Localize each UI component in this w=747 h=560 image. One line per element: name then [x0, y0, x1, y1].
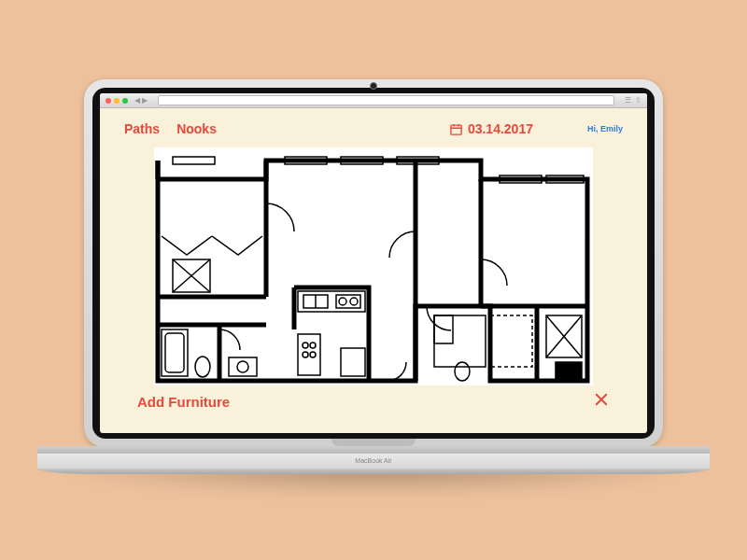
app-canvas: Paths Nooks	[100, 108, 647, 433]
laptop-lid: ◀ ▶ ☰ ⇪ Paths Nooks	[84, 79, 663, 447]
browser-chrome: ◀ ▶ ☰ ⇪	[100, 93, 647, 108]
laptop-base: MacBook Air	[37, 446, 710, 474]
desk-background: ◀ ▶ ☰ ⇪ Paths Nooks	[0, 0, 747, 560]
tab-paths[interactable]: Paths	[124, 121, 160, 136]
share-icon[interactable]: ⇪	[635, 96, 641, 105]
add-furniture-button[interactable]: Add Furniture	[137, 394, 230, 410]
webcam-icon	[370, 82, 377, 90]
trackpad-notch-icon	[331, 439, 416, 446]
window-minimize-icon[interactable]	[114, 98, 120, 104]
url-bar[interactable]	[158, 95, 614, 105]
screen: ◀ ▶ ☰ ⇪ Paths Nooks	[100, 93, 647, 433]
window-zoom-icon[interactable]	[122, 98, 128, 104]
date-display[interactable]: 03.14.2017	[449, 121, 533, 136]
reader-icon[interactable]: ☰	[625, 96, 631, 105]
tab-nooks[interactable]: Nooks	[176, 121, 217, 136]
bezel: ◀ ▶ ☰ ⇪ Paths Nooks	[92, 88, 655, 439]
floorplan[interactable]	[154, 147, 593, 385]
bottom-bar: Add Furniture	[124, 391, 623, 412]
svg-rect-0	[451, 125, 461, 134]
user-greeting[interactable]: Hi, Emily	[587, 124, 623, 133]
svg-rect-51	[556, 362, 582, 379]
date-text: 03.14.2017	[468, 121, 533, 136]
top-bar: Paths Nooks	[124, 118, 623, 140]
floorplan-container	[124, 147, 623, 385]
forward-icon[interactable]: ▶	[142, 96, 148, 105]
calendar-icon	[449, 122, 463, 136]
window-close-icon[interactable]	[106, 98, 111, 104]
laptop: ◀ ▶ ☰ ⇪ Paths Nooks	[84, 79, 663, 474]
device-label: MacBook Air	[355, 457, 391, 464]
back-icon[interactable]: ◀	[134, 96, 140, 105]
close-icon[interactable]	[593, 391, 610, 412]
